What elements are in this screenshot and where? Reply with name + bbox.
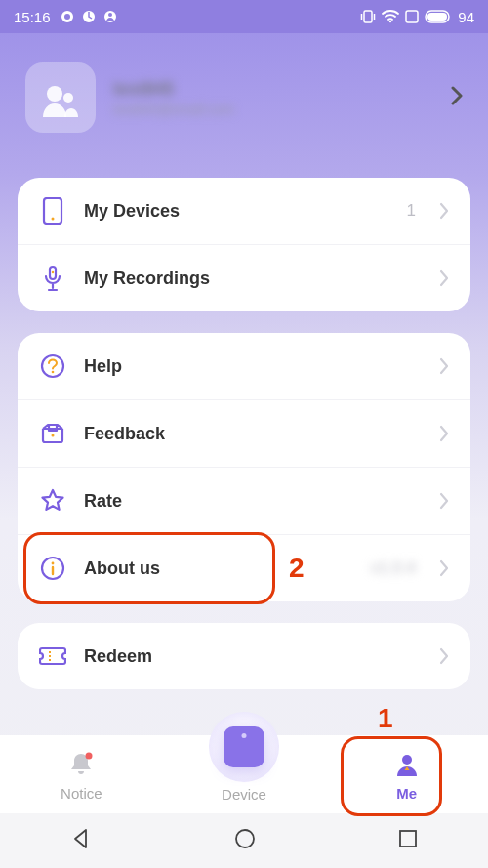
svg-point-21: [86, 752, 93, 759]
profile-info: test845 test845@email.com: [113, 79, 433, 117]
tab-device[interactable]: Device: [195, 712, 293, 803]
battery-percent: 94: [458, 9, 474, 25]
chevron-right-icon: [439, 559, 449, 577]
row-label: Feedback: [84, 424, 422, 444]
support-card: Help Feedback Rate About us v1.0.4: [18, 333, 470, 601]
system-nav-bar: [0, 813, 488, 868]
svg-point-13: [52, 218, 55, 221]
ticket-icon: [39, 642, 66, 670]
battery-icon: [425, 10, 452, 23]
person-icon: [393, 748, 421, 781]
redeem-row[interactable]: Redeem: [18, 623, 470, 689]
svg-rect-5: [364, 11, 372, 22]
profile-section[interactable]: test845 test845@email.com: [0, 33, 488, 178]
svg-point-4: [108, 13, 112, 17]
mic-icon: [39, 265, 66, 292]
home-icon[interactable]: [233, 827, 257, 854]
svg-point-18: [52, 434, 55, 437]
svg-point-11: [63, 93, 73, 103]
chevron-right-icon: [439, 357, 449, 375]
svg-rect-7: [406, 11, 418, 22]
devices-card: My Devices 1 My Recordings: [18, 178, 470, 311]
chevron-right-icon: [439, 492, 449, 510]
svg-rect-9: [427, 13, 447, 21]
row-label: Help: [84, 356, 422, 377]
tab-bar: Notice Device Me: [0, 735, 488, 813]
svg-point-15: [52, 271, 54, 273]
help-row[interactable]: Help: [18, 333, 470, 399]
sim-icon: [405, 10, 419, 23]
feedback-icon: [39, 420, 66, 447]
help-icon: [39, 352, 66, 380]
chevron-right-icon: [439, 647, 449, 665]
row-label: Redeem: [84, 646, 422, 667]
row-label: About us: [84, 558, 353, 579]
redeem-card: Redeem: [18, 623, 470, 689]
svg-point-17: [52, 371, 55, 374]
rate-row[interactable]: Rate: [18, 467, 470, 534]
tab-label: Device: [222, 786, 266, 803]
status-bar: 15:16 94: [0, 0, 488, 33]
bell-icon: [66, 748, 96, 781]
chevron-right-icon: [451, 84, 463, 111]
svg-rect-24: [400, 831, 416, 847]
info-icon: [39, 555, 66, 582]
star-icon: [39, 487, 66, 515]
svg-point-6: [389, 21, 391, 22]
wifi-icon: [382, 10, 399, 23]
tab-notice[interactable]: Notice: [32, 748, 130, 802]
chevron-right-icon: [439, 269, 449, 287]
chevron-right-icon: [439, 425, 449, 442]
about-version: v1.0.4: [371, 558, 416, 578]
svg-point-1: [64, 14, 70, 20]
svg-point-20: [52, 562, 55, 565]
my-recordings-row[interactable]: My Recordings: [18, 244, 470, 311]
back-icon[interactable]: [70, 828, 92, 853]
tab-me[interactable]: Me: [358, 748, 456, 802]
svg-point-10: [47, 86, 62, 102]
row-label: Rate: [84, 491, 422, 512]
tab-label: Me: [396, 785, 417, 802]
status-time: 15:16: [14, 9, 51, 25]
my-devices-row[interactable]: My Devices 1: [18, 178, 470, 244]
svg-point-22: [402, 755, 412, 765]
annotation-label-1: 1: [378, 703, 393, 734]
device-icon: [39, 197, 66, 225]
row-label: My Devices: [84, 201, 389, 222]
row-label: My Recordings: [84, 269, 422, 289]
recents-icon[interactable]: [398, 829, 418, 852]
menu-cards: My Devices 1 My Recordings Help Feedback: [0, 178, 488, 689]
device-tab-icon: [209, 712, 279, 782]
profile-email: test845@email.com: [113, 102, 433, 117]
svg-point-16: [42, 355, 63, 377]
devices-count: 1: [407, 201, 416, 221]
tab-label: Notice: [61, 785, 102, 802]
avatar: [25, 62, 96, 133]
feedback-row[interactable]: Feedback: [18, 399, 470, 467]
profile-name: test845: [113, 79, 433, 100]
svg-point-23: [236, 830, 254, 847]
status-left-icons: [61, 10, 117, 23]
vibrate-icon: [360, 10, 376, 23]
chevron-right-icon: [439, 202, 449, 220]
about-us-row[interactable]: About us v1.0.4: [18, 534, 470, 601]
